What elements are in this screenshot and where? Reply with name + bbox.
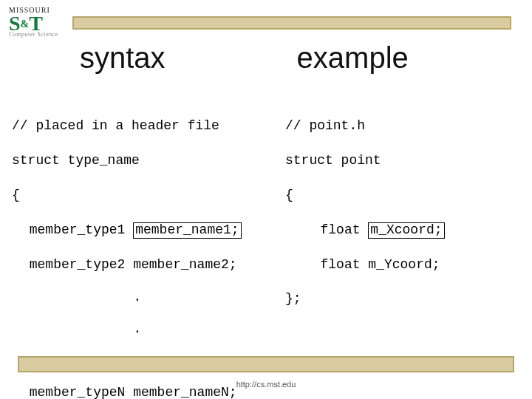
example-line-2: struct point [285, 152, 522, 169]
body: // placed in a header file struct type_n… [12, 100, 522, 399]
example-column: // point.h struct point { float m_Xcoord… [285, 100, 522, 399]
syntax-line-5-text: member_type2 member_name2; [30, 257, 237, 272]
example-line-1: // point.h [285, 117, 522, 134]
slide: MISSOURI S & T Computer Science syntax e… [0, 0, 532, 399]
logo-s: S [9, 14, 21, 33]
logo-t: T [29, 14, 43, 33]
syntax-line-5: member_type2 member_name2; [12, 256, 285, 273]
syntax-column: // placed in a header file struct type_n… [12, 100, 285, 399]
heading-syntax: syntax [80, 41, 166, 75]
syntax-line-2: struct type_name [12, 152, 285, 169]
headings-row: syntax example [0, 41, 532, 75]
top-rule [72, 16, 511, 30]
example-line-3: { [285, 187, 522, 204]
example-line-6: }; [285, 290, 522, 307]
syntax-line-4: member_type1 member_name1; [12, 222, 285, 239]
highlight-box-m-xcoord: m_Xcoord; [368, 222, 444, 239]
syntax-line-4a: member_type1 [30, 222, 133, 237]
syntax-dots-2: . [64, 322, 211, 336]
logo-mark: S & T [9, 14, 62, 33]
syntax-line-3: { [12, 187, 285, 204]
example-line-4: float m_Xcoord; [285, 222, 522, 239]
example-line-4a: float [321, 222, 369, 237]
bottom-rule [18, 356, 514, 372]
heading-example: example [297, 41, 409, 75]
logo: MISSOURI S & T Computer Science [9, 6, 62, 38]
example-line-5: float m_Ycoord; [285, 256, 522, 273]
footer-url: http://cs.mst.edu [0, 380, 532, 389]
syntax-dots-1: . [64, 290, 211, 304]
syntax-line-1: // placed in a header file [12, 117, 285, 134]
example-line-5-text: float m_Ycoord; [321, 257, 440, 272]
logo-amp: & [21, 20, 30, 30]
logo-subtext: Computer Science [9, 31, 62, 38]
highlight-box-member-name: member_name1; [133, 222, 241, 239]
